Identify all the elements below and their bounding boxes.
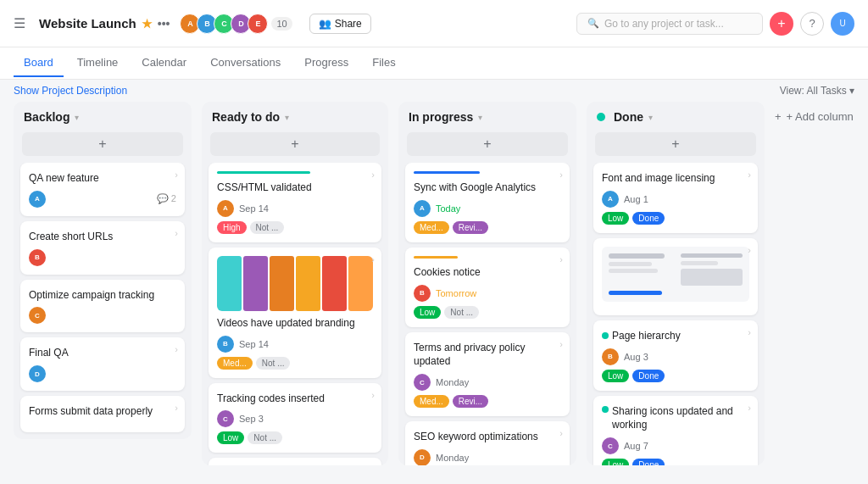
card-tracking-codes: › Tracking codes inserted C Sep 3 Low No… — [209, 383, 381, 453]
done-dot-icon — [597, 113, 605, 121]
tag-not-started: Not ... — [248, 431, 282, 444]
card-footer: B — [29, 249, 176, 266]
card-chevron-icon[interactable]: › — [175, 344, 178, 354]
column-inprogress: In progress ▾ + › Sync with Google Analy… — [398, 102, 576, 465]
card-date: Tomorrow — [436, 288, 476, 298]
card-chevron-icon[interactable]: › — [748, 170, 751, 180]
doc-line — [681, 261, 718, 265]
avatar: E — [248, 14, 268, 34]
column-ready: Ready to do ▾ + › CSS/HTML validated A S… — [202, 102, 388, 465]
card-tags: Low Done — [602, 459, 749, 465]
column-done-chevron[interactable]: ▾ — [648, 113, 653, 122]
more-icon[interactable]: ••• — [158, 17, 170, 31]
card-avatar: A — [414, 200, 431, 217]
card-date: Monday — [436, 453, 469, 463]
card-avatar: B — [602, 348, 619, 365]
inprogress-cards: › Sync with Google Analytics A Today Med… — [398, 163, 576, 465]
card-forms-submit: › Forms submit data properly — [20, 396, 185, 432]
card-chevron-icon[interactable]: › — [175, 403, 178, 413]
ready-add-button[interactable]: + — [210, 132, 380, 156]
inprogress-add-button[interactable]: + — [407, 132, 568, 156]
card-chevron-icon[interactable]: › — [748, 245, 751, 255]
card-css-html: › CSS/HTML validated A Sep 14 High Not .… — [209, 163, 381, 242]
search-icon: 🔍 — [587, 18, 599, 29]
done-add-button[interactable]: + — [595, 132, 756, 156]
card-avatar: C — [29, 307, 46, 324]
card-date: Aug 7 — [624, 441, 648, 451]
search-bar[interactable]: 🔍 Go to any project or task... — [576, 13, 763, 35]
help-button[interactable]: ? — [800, 12, 824, 36]
card-date: Sep 14 — [239, 203, 269, 214]
card-footer: C Aug 7 — [602, 437, 749, 454]
card-chevron-icon[interactable]: › — [748, 403, 751, 413]
card-tags: Med... Not ... — [217, 357, 373, 370]
doc-preview — [602, 247, 749, 302]
tab-progress[interactable]: Progress — [294, 49, 359, 77]
view-control[interactable]: View: All Tasks ▾ — [780, 85, 854, 97]
card-title: Final QA — [29, 346, 176, 360]
share-button[interactable]: 👥 Share — [309, 14, 371, 34]
card-title: CSS/HTML validated — [217, 181, 373, 195]
add-button[interactable]: + — [770, 12, 793, 36]
card-date: Aug 3 — [624, 352, 648, 362]
show-description-link[interactable]: Show Project Description — [14, 85, 127, 97]
card-avatar: B — [217, 336, 234, 353]
card-tags: Low Done — [602, 370, 749, 382]
card-qa-new-feature: › QA new feature A 💬 2 — [20, 163, 185, 216]
card-footer: A Today — [414, 200, 561, 217]
card-chevron-icon[interactable]: › — [371, 170, 375, 180]
tab-calendar[interactable]: Calendar — [131, 49, 197, 77]
tab-timeline[interactable]: Timeline — [67, 49, 129, 77]
user-avatar[interactable]: U — [831, 12, 854, 36]
progress-bar — [414, 256, 458, 259]
card-title: QA new feature — [29, 171, 176, 186]
column-inprogress-chevron[interactable]: ▾ — [478, 113, 482, 122]
card-terms-privacy: › Terms and privacy policy updated C Mon… — [405, 332, 570, 417]
done-indicator-icon — [602, 332, 609, 339]
card-tags: Low Done — [602, 212, 749, 225]
tab-conversations[interactable]: Conversations — [200, 49, 291, 77]
card-chevron-icon[interactable]: › — [559, 428, 563, 438]
tag-medium: Med... — [217, 357, 253, 370]
column-backlog-header: Backlog ▾ — [14, 102, 192, 129]
column-inprogress-header: In progress ▾ — [398, 102, 576, 129]
card-title: Cookies notice — [414, 265, 561, 280]
card-title: Terms and privacy policy updated — [414, 341, 561, 370]
card-title: SEO keyword optimizations — [414, 430, 561, 444]
card-title: Videos have updated branding — [217, 316, 373, 331]
tab-board[interactable]: Board — [14, 49, 64, 77]
avatar-count: 10 — [271, 17, 292, 31]
header: ☰ Website Launch ★ ••• A B C D E 10 👥 Sh… — [0, 0, 868, 47]
card-chevron-icon[interactable]: › — [371, 254, 375, 264]
card-avatar: B — [414, 285, 431, 302]
sub-bar: Show Project Description View: All Tasks… — [0, 80, 868, 102]
card-chevron-icon[interactable]: › — [748, 327, 751, 337]
column-backlog: Backlog ▾ + › QA new feature A 💬 2 › Cre… — [14, 102, 192, 439]
card-chevron-icon[interactable]: › — [371, 390, 375, 400]
card-chevron-icon[interactable]: › — [559, 170, 563, 180]
backlog-add-button[interactable]: + — [22, 132, 183, 156]
card-title: Optimize campaign tracking — [29, 288, 176, 303]
doc-line — [609, 262, 652, 266]
card-chevron-icon[interactable]: › — [175, 170, 178, 180]
card-title: Create short URLs — [29, 230, 176, 244]
column-backlog-chevron[interactable]: ▾ — [75, 113, 79, 122]
star-icon[interactable]: ★ — [142, 17, 153, 31]
card-page-hierarchy: › Page hierarchy B Aug 3 Low Done — [593, 320, 758, 391]
card-chevron-icon[interactable]: › — [559, 339, 563, 349]
card-footer: B Tomorrow — [414, 285, 561, 302]
add-column-button[interactable]: + + Add column — [775, 102, 854, 131]
tab-files[interactable]: Files — [362, 49, 405, 77]
card-avatar: A — [602, 191, 619, 208]
column-done-header: Done ▾ — [587, 102, 765, 129]
card-date: Today — [436, 203, 460, 214]
tag-not-started: Not ... — [256, 357, 291, 370]
card-chevron-icon[interactable]: › — [175, 228, 178, 238]
card-optimize-campaign: Optimize campaign tracking C — [20, 280, 185, 333]
card-avatar: A — [29, 191, 46, 208]
board: Backlog ▾ + › QA new feature A 💬 2 › Cre… — [0, 102, 868, 479]
card-chevron-icon[interactable]: › — [371, 465, 375, 465]
card-chevron-icon[interactable]: › — [559, 254, 563, 264]
menu-icon[interactable]: ☰ — [14, 15, 25, 31]
column-ready-chevron[interactable]: ▾ — [285, 113, 289, 122]
